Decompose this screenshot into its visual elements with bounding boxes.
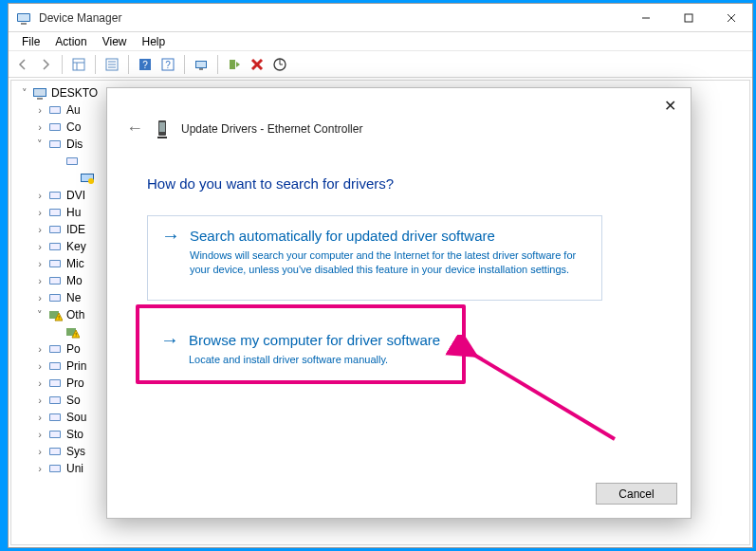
expand-icon[interactable]: › bbox=[34, 443, 46, 460]
arrow-right-icon: → bbox=[161, 226, 180, 245]
device-category-icon bbox=[47, 188, 63, 203]
device-category-icon bbox=[47, 341, 63, 357]
expand-icon[interactable]: › bbox=[34, 272, 46, 289]
uninstall-button[interactable] bbox=[247, 54, 267, 75]
menu-view[interactable]: View bbox=[95, 33, 135, 50]
device-category-icon bbox=[47, 427, 63, 442]
arrow-right-icon: → bbox=[160, 330, 179, 349]
option2-title: Browse my computer for driver software bbox=[189, 332, 440, 348]
display-adapter-icon bbox=[80, 171, 95, 186]
svg-rect-68 bbox=[50, 414, 60, 420]
expand-icon[interactable]: › bbox=[34, 409, 46, 426]
dialog-back-button[interactable]: ← bbox=[126, 119, 143, 138]
svg-rect-50 bbox=[50, 278, 60, 284]
menu-help[interactable]: Help bbox=[135, 33, 174, 50]
titlebar: Device Manager bbox=[9, 4, 752, 32]
svg-text:?: ? bbox=[142, 60, 148, 70]
device-category-icon bbox=[47, 102, 63, 118]
option1-title: Search automatically for updated driver … bbox=[190, 228, 495, 244]
svg-rect-40 bbox=[50, 193, 60, 198]
svg-rect-20 bbox=[199, 68, 203, 70]
device-category-icon bbox=[47, 119, 63, 135]
help2-button[interactable]: ? bbox=[157, 54, 178, 75]
svg-rect-4 bbox=[685, 14, 692, 22]
svg-text:?: ? bbox=[165, 60, 171, 70]
dialog-close-button[interactable]: ✕ bbox=[660, 98, 679, 117]
device-category-icon bbox=[47, 444, 63, 459]
update-drivers-dialog: ✕ ← Update Drivers - Ethernet Controller… bbox=[106, 87, 691, 519]
device-category-icon bbox=[47, 410, 63, 425]
svg-rect-64 bbox=[50, 380, 60, 386]
menu-action[interactable]: Action bbox=[47, 33, 94, 50]
device-manager-icon bbox=[16, 10, 31, 26]
svg-rect-48 bbox=[50, 261, 60, 266]
svg-rect-52 bbox=[50, 295, 60, 301]
svg-rect-7 bbox=[73, 59, 84, 70]
svg-rect-77 bbox=[157, 137, 167, 138]
help-button[interactable]: ? bbox=[135, 54, 156, 75]
svg-rect-76 bbox=[159, 122, 165, 132]
warning-device-icon: ! bbox=[47, 307, 63, 322]
expand-icon[interactable]: › bbox=[34, 204, 46, 221]
collapse-icon[interactable]: ˅ bbox=[19, 84, 30, 101]
menu-file[interactable]: File bbox=[14, 33, 47, 50]
device-category-icon bbox=[47, 137, 63, 152]
svg-rect-42 bbox=[50, 210, 60, 215]
svg-rect-21 bbox=[230, 60, 235, 69]
svg-rect-70 bbox=[50, 432, 60, 437]
svg-rect-27 bbox=[37, 98, 43, 100]
dialog-heading: How do you want to search for drivers? bbox=[147, 175, 394, 192]
device-category-icon bbox=[47, 222, 63, 237]
device-category-icon bbox=[47, 205, 63, 220]
maximize-button[interactable] bbox=[667, 4, 710, 31]
expand-icon[interactable]: ˅ bbox=[34, 306, 46, 323]
back-button[interactable] bbox=[12, 54, 33, 75]
device-category-icon bbox=[65, 154, 80, 169]
update-driver-button[interactable] bbox=[191, 54, 212, 75]
properties-button[interactable] bbox=[101, 54, 122, 75]
svg-rect-2 bbox=[21, 23, 27, 25]
option1-desc: Windows will search your computer and th… bbox=[190, 248, 588, 277]
expand-icon[interactable]: › bbox=[34, 119, 46, 136]
device-icon bbox=[155, 119, 170, 138]
svg-rect-44 bbox=[50, 227, 60, 232]
forward-button[interactable] bbox=[35, 54, 56, 75]
expand-icon[interactable]: › bbox=[34, 358, 46, 375]
svg-rect-1 bbox=[18, 14, 29, 21]
close-button[interactable] bbox=[710, 4, 752, 31]
expand-icon[interactable]: › bbox=[34, 238, 46, 255]
device-category-icon bbox=[47, 376, 63, 391]
expand-icon[interactable]: › bbox=[34, 460, 46, 477]
expand-icon[interactable]: › bbox=[34, 289, 46, 306]
enable-button[interactable] bbox=[224, 54, 245, 75]
device-category-icon bbox=[47, 393, 63, 408]
device-category-icon bbox=[47, 239, 63, 254]
toolbar: ? ? bbox=[9, 51, 752, 78]
expand-icon[interactable]: › bbox=[34, 255, 46, 272]
expand-icon[interactable]: › bbox=[34, 340, 46, 358]
expand-icon[interactable]: ˅ bbox=[34, 136, 46, 153]
svg-rect-62 bbox=[50, 363, 60, 369]
svg-rect-46 bbox=[50, 244, 60, 249]
device-category-icon bbox=[47, 461, 63, 476]
expand-icon[interactable]: › bbox=[34, 101, 46, 119]
tree-root-label: DESKTO bbox=[51, 84, 98, 101]
expand-icon[interactable]: › bbox=[34, 221, 46, 238]
svg-rect-35 bbox=[67, 158, 77, 164]
option-browse-computer[interactable]: → Browse my computer for driver software… bbox=[147, 321, 602, 377]
menubar: File Action View Help bbox=[9, 32, 752, 51]
cancel-button[interactable]: Cancel bbox=[596, 483, 677, 505]
scan-hardware-button[interactable] bbox=[269, 54, 290, 75]
expand-icon[interactable]: › bbox=[34, 426, 46, 443]
minimize-button[interactable] bbox=[624, 4, 667, 31]
computer-icon bbox=[32, 85, 47, 101]
show-hide-tree-button[interactable] bbox=[68, 54, 89, 75]
expand-icon[interactable]: › bbox=[34, 392, 46, 409]
svg-rect-72 bbox=[50, 449, 60, 454]
expand-icon[interactable]: › bbox=[34, 375, 46, 392]
svg-rect-60 bbox=[50, 346, 60, 352]
expand-icon[interactable]: › bbox=[34, 187, 46, 204]
svg-rect-29 bbox=[50, 107, 60, 113]
svg-rect-31 bbox=[50, 124, 60, 130]
option-search-automatically[interactable]: → Search automatically for updated drive… bbox=[147, 215, 602, 301]
